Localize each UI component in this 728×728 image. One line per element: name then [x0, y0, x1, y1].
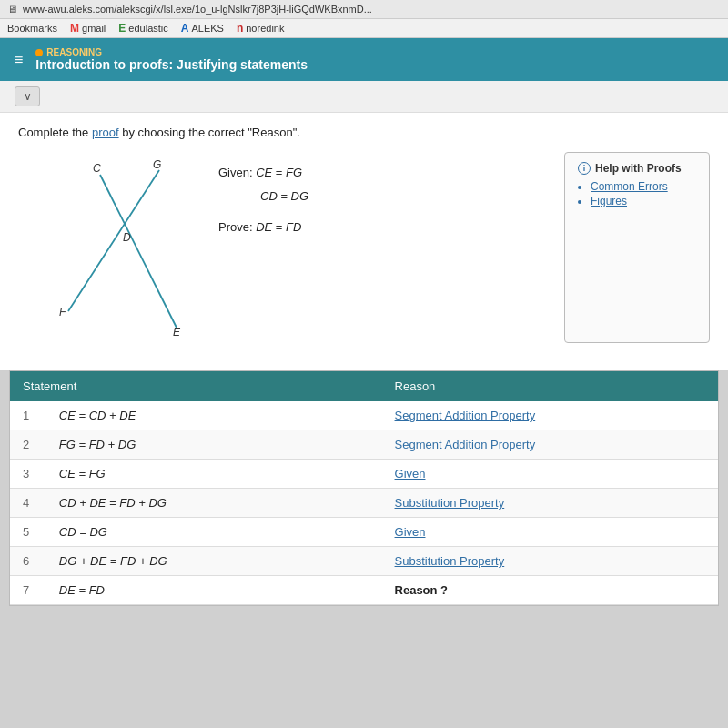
table-header: Statement Reason: [10, 371, 718, 401]
url-bar[interactable]: www-awu.aleks.com/alekscgi/x/lsl.exe/1o_…: [23, 4, 372, 15]
svg-text:C: C: [93, 162, 101, 175]
reason-cell: Segment Addition Property: [382, 401, 718, 430]
header-info: REASONING Introduction to proofs: Justif…: [35, 47, 308, 72]
table-body: 1 CE = CD + DE Segment Addition Property…: [10, 401, 718, 605]
svg-text:D: D: [123, 231, 131, 244]
table-row: 4 CD + DE = FD + DG Substitution Propert…: [10, 489, 718, 518]
chevron-bar: ∨: [0, 81, 728, 113]
reason-placeholder[interactable]: Reason ?: [395, 583, 449, 597]
svg-text:E: E: [173, 326, 181, 339]
diagram-container: C G D F E: [18, 152, 200, 343]
reason-cell: Reason ?: [382, 576, 718, 605]
statement-header: Statement: [10, 371, 382, 401]
reason-link[interactable]: Segment Addition Property: [395, 438, 536, 451]
help-title: i Help with Proofs: [578, 162, 696, 175]
reason-cell: Substitution Property: [382, 489, 718, 518]
instruction-text: Complete the proof by choosing the corre…: [18, 126, 710, 139]
svg-line-1: [100, 175, 177, 329]
browser-bar: 🖥 www-awu.aleks.com/alekscgi/x/lsl.exe/1…: [0, 0, 728, 19]
row-num: 4: [10, 489, 46, 518]
given2: CD = DG: [260, 185, 546, 208]
page-title: Introduction to proofs: Justifying state…: [35, 57, 308, 72]
row-num: 2: [10, 430, 46, 460]
browser-icon: 🖥: [7, 4, 17, 15]
statement-cell: FG = FD + DG: [46, 430, 382, 460]
bookmark-gmail[interactable]: M gmail: [70, 22, 106, 35]
figures-link[interactable]: Figures: [591, 195, 696, 207]
table-row: 3 CE = FG Given: [10, 460, 718, 489]
given1: Given: CE = FG: [218, 161, 546, 185]
statement-cell: CE = CD + DE: [46, 401, 382, 430]
given1-value: CE: [256, 166, 272, 179]
help-box: i Help with Proofs Common Errors Figures: [564, 152, 710, 343]
table-row: 2 FG = FD + DG Segment Addition Property: [10, 430, 718, 460]
proof-table: Statement Reason 1 CE = CD + DE Segment …: [10, 371, 718, 605]
table-row: 6 DG + DE = FD + DG Substitution Propert…: [10, 547, 718, 576]
reason-link[interactable]: Given: [395, 467, 426, 480]
help-links: Common Errors Figures: [578, 180, 696, 207]
proof-area: Complete the proof by choosing the corre…: [0, 113, 728, 370]
given-prove: Given: CE = FG CD = DG Prove: DE = FD: [218, 152, 546, 343]
prove: Prove: DE = FD: [218, 216, 546, 239]
bookmark-noredink[interactable]: n noredink: [237, 22, 285, 35]
statement-cell: CE = FG: [46, 460, 382, 489]
row-num: 5: [10, 518, 46, 547]
reason-link[interactable]: Substitution Property: [395, 496, 505, 510]
reasoning-label: REASONING: [35, 47, 308, 57]
svg-text:G: G: [153, 158, 161, 171]
reason-cell: Given: [382, 518, 718, 547]
statement-cell: DE = FD: [46, 576, 382, 605]
geometry-diagram: C G D F E: [18, 152, 200, 343]
reason-cell: Given: [382, 460, 718, 489]
bookmarks-label: Bookmarks: [7, 23, 57, 34]
aleks-header: ≡ REASONING Introduction to proofs: Just…: [0, 38, 728, 81]
common-errors-link[interactable]: Common Errors: [591, 180, 696, 193]
reason-cell: Segment Addition Property: [382, 430, 718, 460]
reason-link[interactable]: Segment Addition Property: [395, 409, 536, 422]
proof-link[interactable]: proof: [92, 126, 119, 139]
table-row: 7 DE = FD Reason ?: [10, 576, 718, 605]
row-num: 1: [10, 401, 46, 430]
svg-line-0: [68, 170, 159, 311]
statement-cell: CD = DG: [46, 518, 382, 547]
svg-text:F: F: [59, 306, 66, 318]
statement-cell: CD + DE = FD + DG: [46, 489, 382, 518]
bookmarks-bar: Bookmarks M gmail E edulastic A ALEKS n …: [0, 19, 728, 38]
statement-cell: DG + DE = FD + DG: [46, 547, 382, 576]
chevron-button[interactable]: ∨: [15, 86, 40, 106]
reason-link[interactable]: Substitution Property: [395, 554, 505, 568]
reason-cell: Substitution Property: [382, 547, 718, 576]
row-num: 3: [10, 460, 46, 489]
proof-diagram-row: C G D F E Given: CE = FG CD = DG Prove: …: [18, 152, 710, 343]
orange-dot: [35, 49, 43, 56]
info-icon: i: [578, 162, 591, 175]
hamburger-menu[interactable]: ≡: [15, 52, 23, 68]
bookmark-edulastic[interactable]: E edulastic: [118, 22, 167, 35]
row-num: 6: [10, 547, 46, 576]
row-num: 7: [10, 576, 46, 605]
bookmark-aleks[interactable]: A ALEKS: [181, 22, 224, 35]
proof-table-container: Statement Reason 1 CE = CD + DE Segment …: [9, 370, 719, 606]
table-row: 5 CD = DG Given: [10, 518, 718, 547]
reason-header: Reason: [382, 371, 718, 401]
table-row: 1 CE = CD + DE Segment Addition Property: [10, 401, 718, 430]
reason-link[interactable]: Given: [395, 525, 426, 539]
